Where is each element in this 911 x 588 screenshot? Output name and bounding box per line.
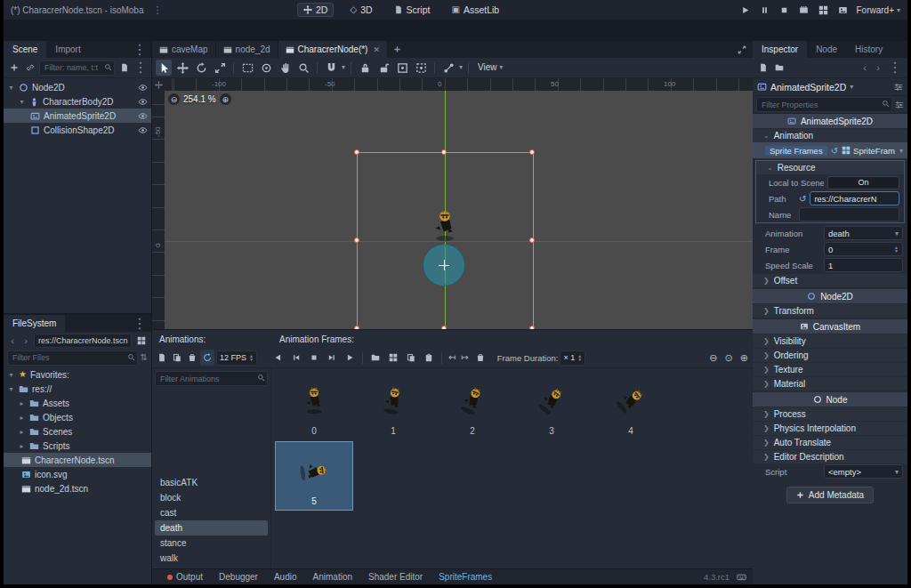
instance-scene-button[interactable]	[23, 60, 36, 76]
frame-spinner[interactable]: 0 ▲▼	[824, 242, 903, 256]
visibility-eye-icon[interactable]	[138, 111, 148, 121]
history-forward-icon[interactable]: ›	[873, 63, 883, 73]
property-sprite-frames[interactable]: Sprite Frames ↺ SpriteFram ▾	[753, 142, 907, 158]
collapse-arrow-icon[interactable]: ▸	[18, 428, 26, 436]
fs-folder-scripts[interactable]: ▸ Scripts	[4, 439, 151, 453]
pivot-tool-button[interactable]	[258, 60, 274, 76]
keyboard-shortcuts-icon[interactable]	[737, 572, 746, 582]
extra-resources-icon[interactable]	[894, 83, 903, 92]
path-field[interactable]: res://CharacrerN	[810, 191, 899, 205]
new-resource-button[interactable]	[756, 60, 770, 76]
category-animatedsprite2d[interactable]: AnimatedSprite2D	[753, 114, 907, 128]
rotate-tool-button[interactable]	[193, 60, 209, 76]
zoom-out-frames-icon[interactable]: ⊖	[706, 353, 720, 363]
section-material[interactable]: ❯ Material	[753, 377, 907, 391]
sprite-frames-value[interactable]: SpriteFram ▾	[842, 146, 903, 156]
frame-thumbnail-selected[interactable]: 5	[275, 441, 353, 511]
view-menu-button[interactable]: View ▾	[474, 63, 506, 72]
move-tool-button[interactable]	[174, 60, 190, 76]
scene-node-animatedsprite2d[interactable]: AnimatedSprite2D	[4, 109, 151, 123]
zoom-level[interactable]: 254.1 %	[183, 94, 216, 104]
local-to-scene-toggle[interactable]: On	[827, 176, 899, 189]
inspector-options-icon[interactable]: ⋮	[886, 60, 904, 75]
section-auto-translate[interactable]: ❯ Auto Translate	[753, 436, 907, 449]
animation-item-basicatk[interactable]: basicATK	[155, 475, 268, 490]
section-offset[interactable]: ❯ Offset	[753, 274, 907, 287]
tab-import[interactable]: Import	[46, 41, 89, 58]
list-select-button[interactable]	[239, 60, 255, 76]
frame-thumbnail[interactable]: 0	[275, 370, 353, 439]
new-animation-button[interactable]	[155, 350, 168, 366]
toggle-split-mode-button[interactable]	[134, 333, 148, 349]
animation-item-stance[interactable]: stance	[155, 536, 268, 551]
renderer-select[interactable]: Forward+ ▾	[856, 5, 900, 15]
animation-item-walk[interactable]: walk	[155, 551, 268, 566]
tab-scene[interactable]: Scene	[4, 41, 46, 58]
section-transform[interactable]: ❯ Transform	[753, 304, 907, 318]
section-editor-description[interactable]: ❯ Editor Description	[753, 450, 907, 463]
inspector-filter-input[interactable]	[756, 97, 892, 112]
section-animation[interactable]: ⌄ Animation	[753, 129, 907, 142]
tab-filesystem[interactable]: FileSystem	[4, 315, 65, 332]
spinner-arrows-icon[interactable]: ▲▼	[894, 246, 899, 254]
zoom-in-button[interactable]: ⊕	[220, 93, 231, 105]
expand-arrow-icon[interactable]: ▾	[18, 98, 26, 106]
canvas[interactable]: ⊖ 254.1 % ⊕	[165, 91, 754, 329]
bottom-tab-audio[interactable]: Audio	[266, 572, 305, 582]
zoom-in-frames-icon[interactable]: ⊕	[738, 353, 751, 363]
speed-scale-field[interactable]: 1	[824, 258, 903, 272]
expand-arrow-icon[interactable]: ▾	[7, 84, 15, 92]
filesystem-filter-input[interactable]	[7, 350, 138, 366]
fs-res-root[interactable]: ▾ res://	[4, 382, 151, 396]
selection-handle[interactable]	[354, 238, 359, 243]
zoom-reset-frames-icon[interactable]: ⊙	[722, 353, 736, 363]
mode-3d-button[interactable]: ◇ 3D	[344, 4, 377, 16]
animation-item-death[interactable]: death	[155, 520, 268, 536]
expand-arrow-icon[interactable]: ▾	[7, 371, 15, 379]
revert-icon[interactable]: ↺	[799, 194, 806, 204]
frame-thumbnail[interactable]: 1	[354, 370, 432, 439]
play-scene-button[interactable]	[797, 4, 810, 16]
nav-forward-icon[interactable]: ›	[20, 336, 31, 346]
tab-node[interactable]: Node	[807, 41, 846, 58]
selection-handle[interactable]	[529, 238, 535, 243]
fs-favorites[interactable]: ▾ ★ Favorites:	[4, 367, 151, 382]
load-frames-button[interactable]	[367, 350, 383, 366]
expand-arrow-icon[interactable]: ▾	[7, 385, 15, 393]
scene-node-characterbody2d[interactable]: ▾ CharacterBody2D	[4, 94, 151, 109]
collapse-arrow-icon[interactable]: ▸	[18, 414, 26, 422]
stop-button[interactable]	[778, 4, 790, 16]
history-back-icon[interactable]: ‹	[859, 63, 870, 73]
titlebar-menu-icon[interactable]: ⋮	[153, 5, 163, 15]
sort-files-icon[interactable]: ⇅	[141, 353, 148, 362]
bottom-tab-debugger[interactable]: Debugger	[211, 572, 266, 582]
group-selected-button[interactable]	[394, 60, 410, 76]
mode-assetlib-button[interactable]: ▣ AssetLib	[446, 4, 504, 16]
revert-icon[interactable]: ↺	[831, 146, 838, 156]
selection-handle[interactable]	[529, 149, 535, 155]
frame-duration-spinner[interactable]: × 1 ▲▼	[560, 350, 585, 366]
section-resource[interactable]: ⌄ Resource	[756, 161, 904, 174]
fs-folder-assets[interactable]: ▸ Assets	[4, 396, 151, 410]
ruler-tool-button[interactable]	[295, 60, 311, 76]
bottom-tab-shader-editor[interactable]: Shader Editor	[360, 572, 431, 582]
collapse-arrow-icon[interactable]: ▸	[18, 442, 26, 450]
selection-handle[interactable]	[354, 149, 359, 155]
visibility-eye-icon[interactable]	[138, 83, 148, 93]
distraction-free-button[interactable]	[730, 41, 754, 58]
autoplay-loop-button[interactable]	[200, 350, 214, 366]
filter-options-icon[interactable]	[895, 101, 904, 109]
play-animation-button[interactable]	[342, 350, 358, 366]
add-node-button[interactable]	[7, 60, 20, 76]
animation-dropdown[interactable]: death ▾	[824, 226, 903, 240]
fs-folder-objects[interactable]: ▸ Objects	[4, 410, 151, 424]
tab-inspector[interactable]: Inspector	[753, 41, 807, 58]
animation-item-cast[interactable]: cast	[155, 505, 268, 520]
ungroup-selected-button[interactable]	[413, 60, 429, 76]
attach-script-button[interactable]	[117, 60, 131, 76]
nav-back-icon[interactable]: ‹	[7, 336, 18, 346]
category-canvasitem[interactable]: CanvasItem	[753, 319, 907, 334]
current-path-field[interactable]: res://CharacrerNode.tscn	[34, 334, 132, 348]
visibility-eye-icon[interactable]	[138, 125, 148, 135]
selection-handle[interactable]	[441, 149, 447, 155]
